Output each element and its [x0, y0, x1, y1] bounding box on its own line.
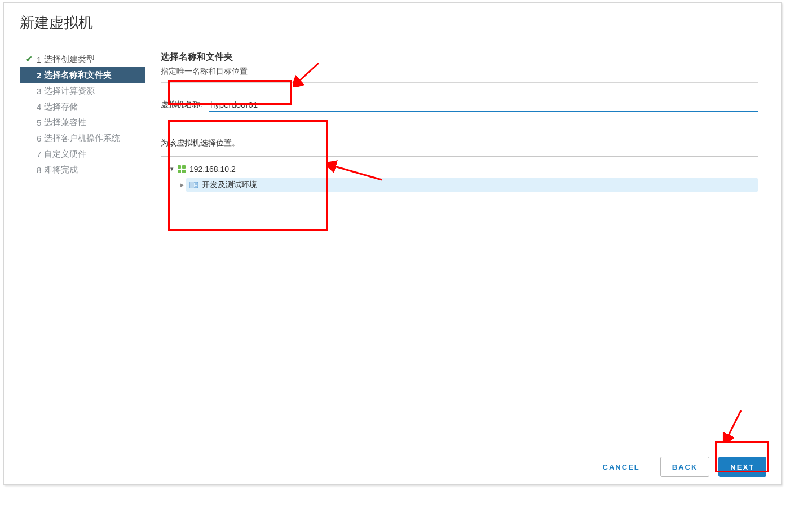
divider — [161, 82, 758, 83]
check-icon: ✔ — [25, 54, 34, 64]
location-tree: 192.168.10.2 开发及测试环境 — [161, 157, 758, 193]
chevron-right-icon[interactable] — [178, 180, 186, 189]
step-2-select-name-folder[interactable]: 2 选择名称和文件夹 — [20, 67, 145, 83]
wizard-dialog: 新建虚拟机 ✔ 1 选择创建类型 2 选择名称和文件夹 3 选择计算资源 4 — [3, 2, 782, 485]
datacenter-icon — [189, 180, 198, 189]
wizard-steps-sidebar: ✔ 1 选择创建类型 2 选择名称和文件夹 3 选择计算资源 4 选择存储 — [4, 41, 145, 448]
step-5-select-compatibility: 5 选择兼容性 — [20, 114, 145, 130]
pane-title: 选择名称和文件夹 — [161, 51, 758, 63]
step-6-select-guest-os: 6 选择客户机操作系统 — [20, 130, 145, 146]
wizard-content-pane: 选择名称和文件夹 指定唯一名称和目标位置 虚拟机名称: 为该虚拟机选择位置。 1… — [145, 41, 781, 448]
vm-name-input[interactable] — [209, 98, 758, 112]
vm-name-label: 虚拟机名称: — [161, 100, 202, 110]
step-1-select-creation-type[interactable]: ✔ 1 选择创建类型 — [20, 51, 145, 67]
svg-rect-0 — [178, 165, 181, 169]
svg-rect-3 — [182, 170, 186, 173]
vcenter-icon — [177, 165, 186, 174]
tree-child-label: 开发及测试环境 — [202, 180, 257, 190]
step-8-ready-to-complete: 8 即将完成 — [20, 162, 145, 178]
tree-root-label: 192.168.10.2 — [189, 165, 236, 174]
chevron-down-icon[interactable] — [168, 165, 176, 173]
step-7-customize-hardware: 7 自定义硬件 — [20, 146, 145, 162]
cancel-button[interactable]: CANCEL — [592, 457, 651, 477]
pane-subtitle: 指定唯一名称和目标位置 — [161, 67, 758, 77]
svg-rect-1 — [182, 165, 186, 169]
tree-root-vcenter[interactable]: 192.168.10.2 — [161, 161, 758, 177]
dialog-body: ✔ 1 选择创建类型 2 选择名称和文件夹 3 选择计算资源 4 选择存储 — [4, 41, 781, 448]
back-button[interactable]: BACK — [660, 457, 710, 477]
dialog-title: 新建虚拟机 — [4, 3, 781, 41]
svg-rect-2 — [178, 170, 181, 173]
next-button[interactable]: NEXT — [718, 457, 766, 477]
tree-child-datacenter[interactable]: 开发及测试环境 — [161, 177, 758, 193]
step-4-select-storage: 4 选择存储 — [20, 99, 145, 114]
vm-name-row: 虚拟机名称: — [161, 98, 758, 112]
step-3-select-compute: 3 选择计算资源 — [20, 83, 145, 99]
location-label: 为该虚拟机选择位置。 — [161, 138, 758, 148]
wizard-footer: CANCEL BACK NEXT — [4, 449, 781, 484]
svg-rect-5 — [190, 182, 194, 188]
location-tree-container: 192.168.10.2 开发及测试环境 — [161, 156, 758, 448]
